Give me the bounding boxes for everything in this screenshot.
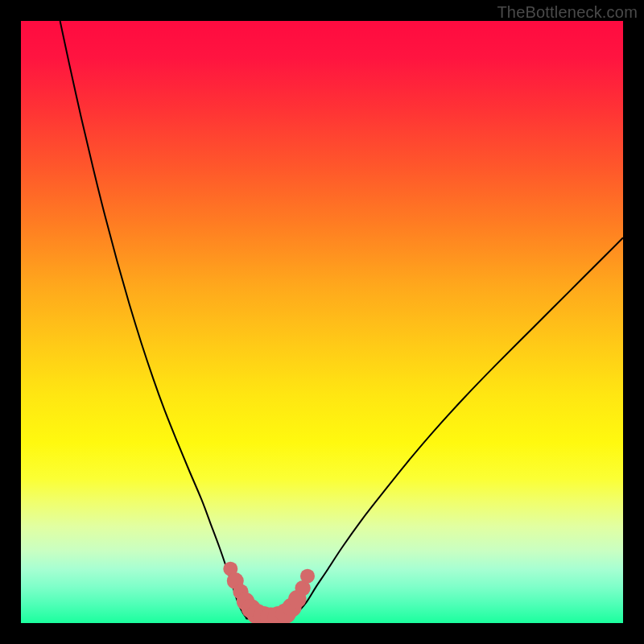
- curve-layer: [21, 21, 623, 623]
- marker-group: [223, 562, 315, 623]
- watermark-text: TheBottleneck.com: [497, 3, 638, 22]
- bottleneck-curve: [60, 21, 623, 621]
- marker-point: [300, 569, 315, 584]
- plot-area: [21, 21, 623, 623]
- chart-frame: TheBottleneck.com: [0, 0, 644, 644]
